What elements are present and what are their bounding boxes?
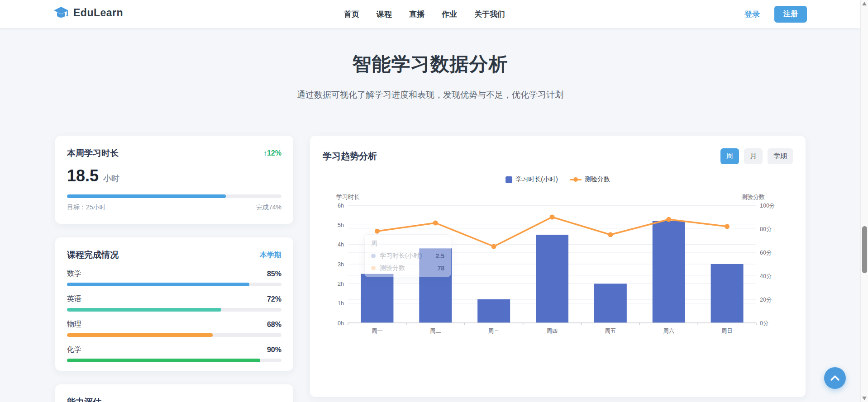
svg-text:4h: 4h (338, 241, 344, 248)
score-point-周二 (433, 221, 438, 226)
back-to-top-button[interactable] (824, 367, 846, 389)
course-name: 数学 (67, 269, 81, 279)
weekly-trend-badge: ↑12% (263, 149, 281, 157)
course-progress-fill (67, 308, 221, 312)
svg-text:40分: 40分 (760, 273, 772, 279)
page-title: 智能学习数据分析 (0, 52, 860, 77)
score-point-周五 (608, 232, 613, 237)
score-point-周一 (375, 229, 380, 234)
course-name: 化学 (67, 345, 81, 355)
ability-card: 能力评估 (55, 384, 293, 402)
score-point-周四 (550, 215, 555, 220)
bar-周四 (536, 235, 568, 323)
nav-menu: 首页课程直播作业关于我们 (344, 0, 505, 28)
scrollbar-down-arrow-icon[interactable] (862, 397, 867, 400)
svg-text:0h: 0h (338, 320, 344, 326)
x-label-周五: 周五 (605, 328, 616, 334)
top-navbar: EduLearn 首页课程直播作业关于我们 登录 注册 (0, 0, 868, 28)
x-label-周三: 周三 (488, 328, 500, 334)
ability-card-title: 能力评估 (67, 396, 101, 402)
courses-card-title: 课程完成情况 (67, 249, 119, 261)
scrollbar-thumb[interactable] (862, 226, 867, 273)
tooltip-hours-value: 2.5 (436, 252, 444, 260)
tooltip-score-label: 测验分数 (380, 264, 437, 272)
bar-周六 (653, 221, 685, 323)
chart-tooltip: 周一 学习时长(小时) 2.5 测验分数 78 (364, 234, 451, 277)
course-list: 数学85%英语72%物理68%化学90% (67, 269, 281, 362)
register-button[interactable]: 注册 (774, 6, 807, 23)
weekly-goal-label: 目标：25小时 (67, 203, 106, 212)
nav-item-4[interactable]: 关于我们 (474, 9, 505, 19)
bar-周日 (711, 264, 744, 323)
login-link[interactable]: 登录 (744, 9, 760, 19)
weekly-hours-card: 本周学习时长 ↑12% 18.5 小时 目标：25小时 完成74% (55, 136, 293, 224)
tooltip-score-dot-icon (371, 266, 376, 270)
nav-item-0[interactable]: 首页 (344, 9, 359, 19)
tooltip-title: 周一 (371, 240, 444, 248)
left-axis-title: 学习时长 (336, 194, 360, 200)
bar-周一 (361, 274, 393, 323)
course-progress-fill (67, 359, 260, 362)
svg-text:20分: 20分 (760, 297, 772, 303)
chevron-up-icon (830, 375, 840, 381)
svg-text:3h: 3h (338, 261, 344, 268)
course-progress-fill (67, 283, 249, 286)
vertical-scrollbar (860, 0, 868, 402)
x-label-周四: 周四 (547, 328, 558, 334)
semester-link[interactable]: 本学期 (260, 251, 281, 260)
score-point-周日 (725, 224, 730, 229)
bar-周五 (594, 284, 627, 323)
course-name: 英语 (67, 294, 81, 304)
svg-text:80分: 80分 (760, 226, 772, 232)
course-percent: 68% (267, 321, 281, 329)
weekly-trend-value: 12% (267, 149, 281, 157)
course-progress-track (67, 283, 281, 286)
course-percent: 90% (267, 346, 281, 354)
tooltip-hours-label: 学习时长(小时) (380, 252, 436, 260)
page-subtitle: 通过数据可视化了解学习进度和表现，发现优势与不足，优化学习计划 (0, 89, 860, 101)
course-completion-card: 课程完成情况 本学期 数学85%英语72%物理68%化学90% (55, 237, 293, 371)
weekly-hours-value: 18.5 (67, 166, 99, 185)
svg-text:6h: 6h (338, 203, 344, 209)
nav-item-3[interactable]: 作业 (442, 9, 457, 19)
brand-name: EduLearn (73, 7, 123, 19)
course-progress-fill (67, 333, 213, 337)
right-axis-title: 测验分数 (741, 194, 765, 200)
brand-logo[interactable]: EduLearn (53, 6, 123, 19)
x-label-周一: 周一 (372, 328, 383, 334)
nav-item-2[interactable]: 直播 (409, 9, 424, 19)
svg-text:5h: 5h (338, 222, 344, 228)
graduation-cap-icon (53, 6, 69, 19)
weekly-completion-label: 完成74% (256, 203, 281, 212)
scrollbar-up-arrow-icon[interactable] (862, 2, 867, 5)
hero-section: 智能学习数据分析 通过数据可视化了解学习进度和表现，发现优势与不足，优化学习计划 (0, 28, 860, 101)
course-progress-track (67, 308, 281, 312)
svg-text:1h: 1h (338, 300, 344, 307)
svg-text:0分: 0分 (760, 320, 768, 326)
tooltip-score-value: 78 (437, 265, 444, 272)
weekly-card-title: 本周学习时长 (67, 147, 119, 159)
course-percent: 72% (267, 295, 281, 303)
x-label-周二: 周二 (430, 328, 441, 334)
course-row: 数学85% (67, 269, 281, 286)
trend-chart-card: 学习趋势分析 周月学期 学习时长(小时) 测验分数 学习时长测验分数6h5h4h… (310, 136, 806, 397)
weekly-progress-fill (67, 194, 226, 198)
course-progress-track (67, 359, 281, 362)
nav-item-1[interactable]: 课程 (377, 9, 392, 19)
course-percent: 85% (267, 270, 281, 278)
svg-text:100分: 100分 (760, 203, 775, 209)
course-row: 物理68% (67, 320, 281, 337)
x-label-周六: 周六 (663, 328, 674, 334)
course-row: 化学90% (67, 345, 281, 362)
svg-text:2h: 2h (338, 281, 344, 287)
trend-up-arrow-icon: ↑ (263, 149, 267, 157)
course-row: 英语72% (67, 294, 281, 312)
tooltip-hours-dot-icon (371, 254, 376, 258)
course-name: 物理 (67, 320, 81, 329)
auth-area: 登录 注册 (744, 0, 807, 28)
tooltip-row-hours: 学习时长(小时) 2.5 (371, 252, 444, 260)
bar-周三 (477, 299, 510, 323)
svg-text:60分: 60分 (760, 250, 772, 256)
weekly-progress-track (67, 194, 281, 198)
x-label-周日: 周日 (721, 328, 733, 334)
